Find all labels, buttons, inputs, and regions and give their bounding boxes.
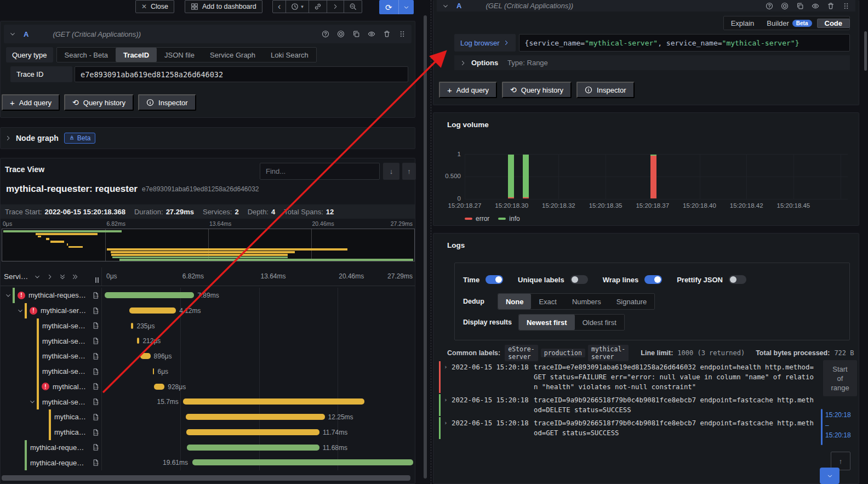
- toggle-unique-labels[interactable]: Unique labels: [518, 275, 588, 284]
- tab-loki-search[interactable]: Loki Search: [263, 48, 316, 62]
- toggle-prettify-json[interactable]: Prettify JSON: [677, 275, 746, 284]
- dedup-signature[interactable]: Signature: [609, 294, 655, 309]
- tab-traceid[interactable]: TraceID: [116, 48, 157, 62]
- tab-builder[interactable]: Builder Beta: [761, 19, 817, 27]
- span-row[interactable]: mythical-reque…LOG19.61ms: [1, 455, 415, 470]
- span-row[interactable]: mythica…LOG11.74ms: [1, 425, 415, 440]
- split-pane-divider[interactable]: [431, 0, 431, 484]
- eye-icon[interactable]: [812, 2, 819, 10]
- right-pane-scrollbar[interactable]: [864, 31, 867, 71]
- help-icon[interactable]: [766, 2, 773, 10]
- inspector-button[interactable]: Inspector: [138, 94, 196, 111]
- zoom-out-time-button[interactable]: [344, 1, 362, 13]
- span-duration-bar[interactable]: [137, 338, 139, 344]
- span-log-icon[interactable]: LOG: [92, 291, 99, 300]
- dedup-exact[interactable]: Exact: [531, 294, 564, 309]
- expand-all-icon[interactable]: [72, 274, 78, 280]
- span-log-icon[interactable]: LOG: [92, 337, 99, 345]
- time-range-back-button[interactable]: ‹: [273, 1, 286, 13]
- record-icon[interactable]: [337, 30, 345, 38]
- span-log-icon[interactable]: LOG: [92, 382, 99, 391]
- log-expand-icon[interactable]: ›: [444, 362, 452, 372]
- span-duration-bar[interactable]: [187, 445, 319, 451]
- toggle-time[interactable]: Time: [463, 275, 503, 284]
- scroll-down-button[interactable]: [820, 468, 840, 484]
- time-picker-button[interactable]: ▾: [286, 1, 309, 13]
- span-row[interactable]: mythical-se…LOG212μs: [1, 333, 415, 349]
- span-expand-icon[interactable]: [4, 292, 13, 299]
- find-prev-button[interactable]: ↑: [402, 163, 416, 180]
- log-row-info[interactable]: ›2022-06-15 15:20:18traceID=9a9b9266518f…: [439, 417, 823, 439]
- close-split-button[interactable]: ✕ Close: [135, 0, 174, 13]
- tab-explain[interactable]: Explain: [724, 19, 762, 27]
- span-log-icon[interactable]: LOG: [92, 413, 99, 422]
- span-duration-bar[interactable]: [153, 368, 155, 374]
- tab-json-file[interactable]: JSON file: [157, 48, 202, 62]
- trash-icon[interactable]: [383, 30, 391, 38]
- horizontal-scrollbar[interactable]: [1, 474, 415, 482]
- toggle-switch[interactable]: [486, 275, 503, 284]
- left-pane-scrollbar[interactable]: [424, 15, 427, 479]
- copy-icon[interactable]: [796, 2, 804, 10]
- tab-service-graph[interactable]: Service Graph: [202, 48, 263, 62]
- expand-one-icon[interactable]: [47, 274, 53, 280]
- toggle-switch[interactable]: [644, 275, 662, 284]
- span-duration-bar[interactable]: [186, 429, 319, 435]
- span-log-icon[interactable]: LOG: [92, 367, 99, 376]
- log-expand-icon[interactable]: ›: [444, 418, 452, 428]
- display-newest-first[interactable]: Newest first: [519, 315, 575, 330]
- span-expand-icon[interactable]: [16, 308, 25, 314]
- add-to-dashboard-button[interactable]: Add to dashboard: [185, 0, 262, 13]
- toggle-wrap-lines[interactable]: Wrap lines: [603, 275, 663, 284]
- drag-handle-icon[interactable]: [842, 2, 850, 10]
- dedup-none[interactable]: None: [498, 294, 532, 309]
- trash-icon[interactable]: [827, 2, 835, 10]
- span-duration-bar[interactable]: [186, 414, 325, 420]
- add-query-button[interactable]: +Add query: [439, 82, 497, 98]
- toggle-switch[interactable]: [729, 275, 746, 284]
- query-options-row[interactable]: Options Type: Range: [454, 55, 850, 70]
- span-row[interactable]: mythical-se…LOG6μs: [1, 364, 415, 379]
- tab-code[interactable]: Code: [817, 19, 850, 28]
- trace-id-input[interactable]: [75, 66, 408, 82]
- log-row-error[interactable]: ›2022-06-15 15:20:18traceID=e7e893091aba…: [439, 361, 823, 393]
- eye-icon[interactable]: [368, 30, 375, 38]
- span-duration-bar[interactable]: [105, 292, 194, 298]
- toggle-switch[interactable]: [570, 275, 588, 284]
- share-link-button[interactable]: [309, 1, 327, 13]
- time-range-forward-button[interactable]: [327, 1, 344, 13]
- log-expand-icon[interactable]: ›: [444, 395, 452, 405]
- span-log-icon[interactable]: LOG: [92, 443, 99, 452]
- span-row[interactable]: !mythical-ser…LOG4.12ms: [1, 303, 415, 318]
- span-row[interactable]: mythical-se…LOG15.7ms: [1, 394, 415, 409]
- span-row[interactable]: mythical-se…LOG235μs: [1, 318, 415, 334]
- trace-minimap[interactable]: [2, 229, 415, 261]
- query-history-button[interactable]: ⟲Query history: [502, 82, 572, 98]
- run-query-button[interactable]: ⟳: [379, 0, 398, 14]
- query-history-button[interactable]: ⟲Query history: [64, 94, 134, 111]
- help-icon[interactable]: [322, 30, 329, 38]
- column-resize-handle[interactable]: [95, 277, 100, 283]
- collapse-query-row-icon[interactable]: [442, 3, 449, 9]
- span-log-icon[interactable]: LOG: [92, 428, 99, 437]
- loki-query-input[interactable]: {service_name="mythical-server", service…: [519, 34, 850, 52]
- span-duration-bar[interactable]: [140, 353, 151, 359]
- span-duration-bar[interactable]: [154, 384, 164, 390]
- log-browser-button[interactable]: Log browser: [454, 34, 516, 52]
- span-log-icon[interactable]: LOG: [92, 458, 99, 467]
- copy-icon[interactable]: [352, 30, 360, 38]
- drag-handle-icon[interactable]: [398, 30, 406, 38]
- record-icon[interactable]: [781, 2, 789, 10]
- expand-node-graph-icon[interactable]: [5, 135, 12, 141]
- legend-error[interactable]: error: [465, 215, 489, 223]
- span-log-icon[interactable]: LOG: [92, 352, 99, 361]
- span-duration-bar[interactable]: [192, 459, 413, 465]
- span-row[interactable]: mythica…LOG12.25ms: [1, 409, 415, 425]
- span-log-icon[interactable]: LOG: [92, 321, 99, 330]
- dedup-numbers[interactable]: Numbers: [564, 294, 609, 309]
- display-oldest-first[interactable]: Oldest first: [575, 315, 624, 330]
- span-row[interactable]: mythical-reque…LOG11.68ms: [1, 440, 415, 455]
- span-row[interactable]: !mythical…LOG928μs: [1, 379, 415, 395]
- span-row[interactable]: mythical-se…LOG896μs: [1, 349, 415, 364]
- run-query-interval-dropdown[interactable]: [398, 0, 414, 14]
